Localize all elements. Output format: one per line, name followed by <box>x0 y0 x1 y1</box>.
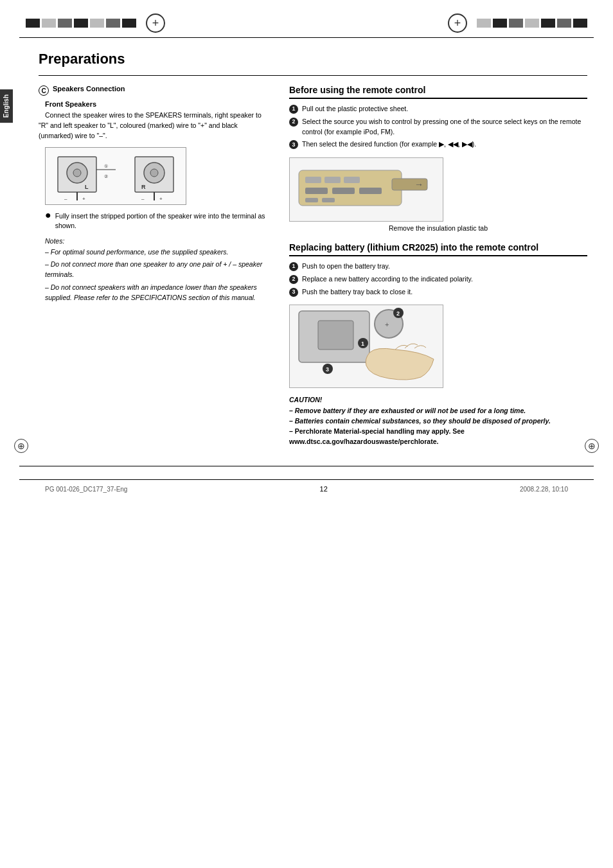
bar-block-r1 <box>477 19 491 28</box>
bar-block-4 <box>74 19 88 28</box>
bar-block-r4 <box>525 19 539 28</box>
page-footer: PG 001-026_DC177_37-Eng 12 2008.2.28, 10… <box>19 479 594 498</box>
notes-label: Notes: <box>45 237 270 245</box>
crosshair-left <box>146 13 165 33</box>
remote-step-2: 2 Select the source you wish to control … <box>289 117 587 137</box>
top-decorative-bar <box>0 12 613 35</box>
note-3: – Do not connect speakers with an impeda… <box>45 283 270 303</box>
top-bar-right <box>440 13 587 33</box>
step-number-3: 3 <box>289 140 298 149</box>
footer-right-text: 2008.2.28, 10:10 <box>520 486 568 493</box>
svg-text:R: R <box>141 184 146 190</box>
battery-section-title: Replacing battery (lithium CR2025) into … <box>289 242 587 256</box>
footer-left-text: PG 001-026_DC177_37-Eng <box>45 486 127 493</box>
battery-step-2: 2 Replace a new battery according to the… <box>289 274 587 285</box>
svg-rect-29 <box>318 321 353 350</box>
battery-step-2-text: Replace a new battery according to the i… <box>302 274 473 285</box>
bar-block-1 <box>26 19 40 28</box>
front-speakers-subheading: Front Speakers <box>39 100 270 108</box>
section-circle-c: C <box>39 85 49 96</box>
svg-point-2 <box>73 169 81 177</box>
remote-step-2-text: Select the source you wish to control by… <box>302 117 587 137</box>
caution-title: CAUTION! <box>289 396 587 403</box>
svg-text:1: 1 <box>361 341 364 347</box>
crosshair-right <box>448 13 467 33</box>
bstep-number-1: 1 <box>289 262 298 271</box>
main-content: English Preparations C Speakers Connecti… <box>0 38 613 466</box>
bar-block-r2 <box>493 19 507 28</box>
section-c-label: C Speakers Connection <box>39 85 125 96</box>
svg-rect-22 <box>344 177 360 183</box>
right-column: Before using the remote control 1 Pull o… <box>289 85 587 447</box>
svg-rect-20 <box>305 177 321 183</box>
remote-step-1-text: Pull out the plastic protective sheet. <box>302 104 408 114</box>
svg-text:–: – <box>64 196 67 202</box>
svg-text:①: ① <box>104 164 108 168</box>
svg-text:②: ② <box>104 174 108 179</box>
remote-steps-list: 1 Pull out the plastic protective sheet.… <box>289 104 587 150</box>
step-number-2: 2 <box>289 118 298 127</box>
speakers-connection-heading: Speakers Connection <box>53 85 125 93</box>
svg-text:2: 2 <box>396 310 400 317</box>
footer-border <box>19 466 594 466</box>
before-remote-title: Before using the remote control <box>289 85 587 99</box>
svg-rect-26 <box>305 198 318 202</box>
battery-svg: + 3 1 2 <box>292 308 440 385</box>
bar-block-r6 <box>557 19 571 28</box>
bar-block-7 <box>122 19 136 28</box>
speakers-connection-body: Connect the speaker wires to the SPEAKER… <box>39 111 270 141</box>
caution-text-2: – Batteries contain chemical substances,… <box>289 416 587 427</box>
svg-point-9 <box>150 169 158 177</box>
battery-illustration: + 3 1 2 <box>289 305 443 388</box>
bar-block-r3 <box>509 19 523 28</box>
bar-block-r5 <box>541 19 555 28</box>
battery-step-3: 3 Push the battery tray back to close it… <box>289 287 587 297</box>
caution-text-1: – Remove battery if they are exhausted o… <box>289 406 587 416</box>
remote-svg: → <box>292 161 440 218</box>
svg-text:→: → <box>414 179 423 190</box>
svg-rect-23 <box>305 188 328 194</box>
svg-rect-24 <box>332 188 355 194</box>
bar-block-5 <box>90 19 104 28</box>
caution-text-3: – Perchlorate Material-special handling … <box>289 427 587 447</box>
remote-step-1: 1 Pull out the plastic protective sheet. <box>289 104 587 114</box>
bullet-insert-wire: ● Fully insert the stripped portion of t… <box>45 211 270 230</box>
left-crosshair: ⊕ <box>14 439 28 453</box>
bar-block-6 <box>106 19 120 28</box>
bullet-dot-symbol: ● <box>45 210 51 230</box>
remote-step-3-text: Then select the desired function (for ex… <box>302 139 476 150</box>
svg-text:3: 3 <box>326 366 329 373</box>
battery-step-1: 1 Push to open the battery tray. <box>289 261 587 272</box>
svg-text:+: + <box>82 196 85 202</box>
speaker-illustration: L – + R – + <box>45 147 186 205</box>
battery-section: Replacing battery (lithium CR2025) into … <box>289 242 587 447</box>
svg-rect-27 <box>322 198 335 202</box>
right-crosshair: ⊕ <box>585 439 599 453</box>
caution-section: CAUTION! – Remove battery if they are ex… <box>289 396 587 447</box>
bar-block-r7 <box>573 19 587 28</box>
note-1: – For optimal sound performance, use the… <box>45 247 270 258</box>
battery-step-1-text: Push to open the battery tray. <box>302 261 390 272</box>
page-number: 12 <box>320 485 328 493</box>
battery-steps-list: 1 Push to open the battery tray. 2 Repla… <box>289 261 587 297</box>
remote-control-illustration: → <box>289 157 443 222</box>
step-number-1: 1 <box>289 105 298 114</box>
language-tab: English <box>0 89 13 123</box>
page-wrapper: English Preparations C Speakers Connecti… <box>0 12 613 868</box>
note-2: – Do not connect more than one speaker t… <box>45 260 270 280</box>
svg-text:–: – <box>141 196 145 202</box>
speaker-svg: L – + R – + <box>51 150 180 202</box>
bar-block-3 <box>58 19 72 28</box>
two-column-layout: C Speakers Connection Front Speakers Con… <box>39 85 587 447</box>
bar-block-2 <box>42 19 56 28</box>
svg-text:+: + <box>159 196 163 202</box>
bstep-number-2: 2 <box>289 275 298 284</box>
bullet-insert-wire-text: Fully insert the stripped portion of the… <box>55 211 270 230</box>
bstep-number-3: 3 <box>289 288 298 297</box>
page-title: Preparations <box>39 51 587 67</box>
battery-step-3-text: Push the battery tray back to close it. <box>302 287 413 297</box>
svg-text:+: + <box>385 321 389 328</box>
left-column: C Speakers Connection Front Speakers Con… <box>39 85 270 447</box>
remote-step-3: 3 Then select the desired function (for … <box>289 139 587 150</box>
svg-rect-25 <box>359 188 382 194</box>
